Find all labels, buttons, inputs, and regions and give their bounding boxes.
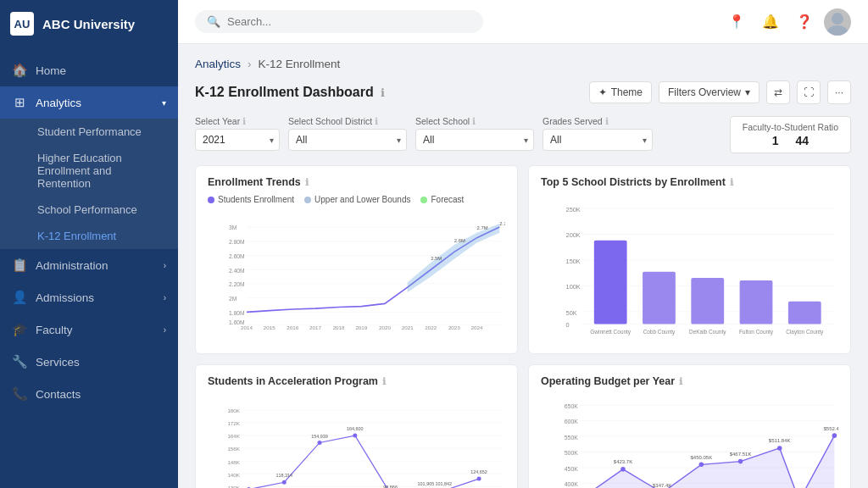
svg-rect-48: [691, 278, 724, 324]
svg-text:DeKalb County: DeKalb County: [689, 329, 726, 336]
budget-info-icon[interactable]: ℹ: [679, 376, 682, 387]
breadcrumb-current: K-12 Enrollment: [259, 58, 341, 70]
filters-label: Filters Overview: [668, 86, 741, 98]
search-input[interactable]: [227, 15, 471, 28]
svg-text:600K: 600K: [565, 419, 579, 424]
svg-text:2019: 2019: [355, 324, 367, 330]
analytics-submenu: Student Performance Higher Education Enr…: [0, 119, 178, 249]
svg-text:172K: 172K: [227, 420, 240, 426]
sidebar-item-admissions[interactable]: 👤 Admissions ›: [0, 281, 178, 313]
svg-text:550K: 550K: [565, 435, 579, 441]
svg-text:150K: 150K: [566, 258, 581, 265]
location-icon-btn[interactable]: 📍: [722, 8, 751, 36]
svg-text:$347.4K: $347.4K: [653, 483, 671, 488]
svg-text:140K: 140K: [227, 472, 240, 478]
user-avatar[interactable]: [824, 8, 851, 36]
more-button[interactable]: ···: [827, 80, 851, 104]
svg-text:164,600: 164,600: [347, 426, 364, 431]
breadcrumb-parent[interactable]: Analytics: [195, 58, 241, 70]
svg-rect-50: [788, 302, 821, 324]
sidebar-item-k12-enrollment[interactable]: K-12 Enrollment: [0, 223, 178, 249]
svg-text:2.7M: 2.7M: [499, 221, 505, 226]
svg-text:154,939: 154,939: [311, 434, 328, 439]
sidebar-item-contacts-label: Contacts: [36, 388, 81, 401]
svg-point-0: [832, 13, 843, 25]
sidebar-item-administration[interactable]: 📋 Administration ›: [0, 249, 178, 281]
dashboard-info-icon[interactable]: ℹ: [381, 86, 385, 99]
fullscreen-button[interactable]: ⛶: [797, 80, 821, 104]
svg-marker-18: [408, 224, 500, 292]
sidebar-item-school-performance[interactable]: School Performance: [0, 197, 178, 223]
svg-point-73: [282, 480, 287, 485]
svg-text:200K: 200K: [566, 231, 581, 239]
sidebar-item-home-label: Home: [36, 64, 66, 77]
year-filter: Select Year ℹ 2021: [195, 116, 280, 151]
faculty-ratio-card: Faculty-to-Student Ratio 1 44: [730, 116, 851, 153]
sidebar-item-faculty-label: Faculty: [36, 324, 73, 336]
filters-button[interactable]: Filters Overview ▾: [659, 81, 760, 103]
top5-districts-title: Top 5 School Districts by Enrollment ℹ: [541, 176, 838, 188]
sidebar-item-analytics[interactable]: ⊞ Analytics ▾: [0, 86, 178, 119]
legend-forecast: Forecast: [420, 195, 464, 204]
district-info-icon: ℹ: [375, 116, 378, 126]
page-content: Analytics › K-12 Enrollment K-12 Enrollm…: [178, 44, 868, 488]
sidebar-item-contacts[interactable]: 📞 Contacts: [0, 378, 178, 410]
school-select[interactable]: All: [415, 129, 534, 151]
sidebar-nav: 🏠 Home ⊞ Analytics ▾ Student Performance…: [0, 47, 178, 488]
svg-text:156K: 156K: [227, 446, 240, 452]
svg-text:98,866: 98,866: [383, 485, 398, 488]
district-select[interactable]: All: [288, 129, 407, 151]
sidebar-item-services[interactable]: 🔧 Services: [0, 346, 178, 378]
svg-text:100K: 100K: [566, 283, 581, 291]
svg-rect-47: [643, 272, 676, 324]
sidebar-item-student-performance[interactable]: Student Performance: [0, 119, 178, 145]
legend-bounds: Upper and Lower Bounds: [304, 195, 410, 204]
acceleration-info-icon[interactable]: ℹ: [382, 376, 386, 387]
svg-text:164K: 164K: [227, 433, 240, 439]
svg-text:3M: 3M: [229, 225, 237, 230]
svg-text:2022: 2022: [425, 324, 437, 330]
administration-chevron-icon: ›: [164, 261, 166, 270]
filters-row: Select Year ℹ 2021 Select School Distric…: [195, 116, 851, 153]
enrollment-trends-title: Enrollment Trends ℹ: [208, 176, 505, 188]
enrollment-trends-info-icon[interactable]: ℹ: [305, 177, 309, 188]
share-button[interactable]: ⇄: [766, 80, 790, 104]
notification-icon-btn[interactable]: 🔔: [756, 8, 785, 36]
theme-icon: ✦: [598, 86, 607, 98]
district-filter-label: Select School District ℹ: [288, 116, 407, 126]
app-title: ABC University: [42, 17, 135, 31]
svg-text:2020: 2020: [379, 324, 391, 330]
search-bar[interactable]: 🔍: [195, 10, 483, 33]
theme-button[interactable]: ✦ Theme: [589, 81, 652, 103]
logo-icon-text: AU: [14, 18, 31, 30]
svg-text:2023: 2023: [448, 324, 460, 330]
sidebar-item-home[interactable]: 🏠 Home: [0, 54, 178, 86]
svg-text:118,314: 118,314: [275, 473, 292, 478]
svg-text:2M: 2M: [229, 296, 237, 302]
svg-text:180K: 180K: [227, 408, 240, 413]
svg-text:$450.05K: $450.05K: [691, 455, 713, 460]
year-select[interactable]: 2021: [195, 129, 280, 151]
svg-text:Clayton County: Clayton County: [786, 329, 824, 336]
svg-text:101,905: 101,905: [418, 481, 435, 486]
svg-point-114: [699, 463, 704, 468]
sidebar-item-faculty[interactable]: 🎓 Faculty ›: [0, 313, 178, 346]
help-icon-btn[interactable]: ❓: [790, 8, 819, 36]
sidebar-item-analytics-label: Analytics: [36, 97, 81, 109]
svg-rect-46: [594, 241, 627, 324]
legend-bounds-label: Upper and Lower Bounds: [314, 195, 410, 204]
svg-point-1: [827, 25, 848, 36]
logo-icon: AU: [10, 12, 34, 36]
svg-text:2.6M: 2.6M: [454, 238, 465, 243]
analytics-chevron-icon: ▾: [162, 98, 166, 108]
filters-chevron-icon: ▾: [745, 86, 750, 98]
services-icon: 🔧: [12, 354, 27, 369]
top5-districts-info-icon[interactable]: ℹ: [730, 177, 733, 188]
legend-bounds-dot: [304, 197, 311, 203]
svg-point-116: [777, 446, 782, 451]
school-filter: Select School ℹ All: [415, 116, 534, 151]
grades-select[interactable]: All: [542, 129, 653, 151]
svg-text:101,842: 101,842: [435, 481, 452, 486]
sidebar-item-higher-education[interactable]: Higher Education Enrollment and Rententi…: [0, 145, 178, 197]
charts-grid: Enrollment Trends ℹ Students Enrollment …: [195, 165, 851, 488]
